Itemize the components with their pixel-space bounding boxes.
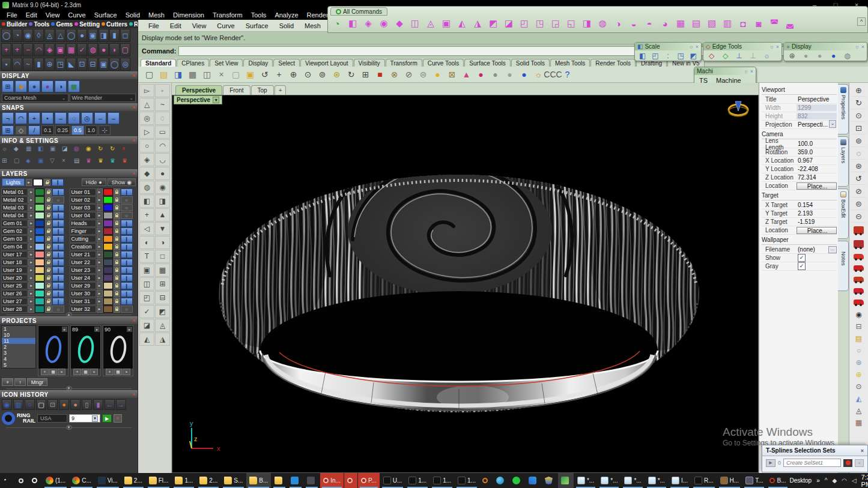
builder-tool-icon[interactable]: ▣ (88, 29, 98, 42)
menu-item[interactable]: Tools (247, 11, 271, 19)
render-mode-dropdown[interactable]: Wire Render⌄ (70, 94, 136, 102)
drawing-tool-button[interactable]: ▲ (155, 208, 170, 221)
snap-value-0.25[interactable]: 0.25 (55, 125, 71, 135)
layer-expand-button[interactable]: ▸ (97, 290, 103, 297)
builder-tool-icon[interactable]: ◊ (34, 29, 44, 42)
drawing-tool-button[interactable]: ▭ (155, 125, 170, 139)
taskbar-app-button[interactable]: C... (69, 473, 94, 488)
command-icon[interactable]: ◛ (783, 17, 797, 30)
toolbar-expand-chevron[interactable]: » (816, 477, 820, 484)
layer-lock-icon[interactable] (114, 267, 120, 274)
taskbar-app-button[interactable] (304, 473, 320, 488)
layer-state-toggle[interactable] (52, 259, 64, 266)
property-value[interactable]: Perspecti... (797, 121, 837, 128)
layer-lock-icon[interactable] (45, 282, 52, 289)
snap-value-1.0[interactable]: 1.0 (85, 125, 98, 135)
toolbar-icon[interactable]: ● (475, 68, 487, 81)
info-tool-icon[interactable]: ◎ (74, 145, 85, 156)
project-thumbnail[interactable]: ▸ +▦× (38, 325, 68, 376)
builder-tool-icon[interactable]: ◻ (120, 29, 130, 42)
layer-lock-icon[interactable] (45, 204, 52, 211)
layer-lock-icon[interactable] (114, 196, 120, 203)
builder-tool-icon[interactable]: ✓ (77, 43, 87, 56)
selset-name-input[interactable] (783, 459, 841, 467)
ring-builder-icon[interactable] (2, 412, 15, 425)
builder-tool-icon[interactable]: ◠ (12, 58, 22, 71)
command-icon[interactable]: ◆ (393, 17, 406, 30)
view-nav-icon[interactable]: ⊕ (852, 84, 866, 97)
layer-state-toggle[interactable] (121, 298, 133, 305)
close-icon[interactable]: × (750, 68, 753, 74)
layer-name[interactable]: Heads (70, 220, 96, 227)
view-nav-icon[interactable]: ⊚ (852, 134, 866, 147)
scale-tool-icon[interactable]: : (663, 51, 673, 60)
layer-name[interactable]: Gem 04 (1, 243, 28, 250)
layer-name[interactable]: Gem 01 (1, 220, 28, 227)
vehicle-icon[interactable] (854, 300, 864, 305)
layer-state-toggle[interactable] (121, 243, 133, 250)
layer-name[interactable]: User 25 (1, 282, 28, 289)
builder-tool-icon[interactable]: ◍ (88, 43, 98, 56)
toolbar-icon[interactable]: ▲ (460, 68, 473, 81)
save-icon[interactable]: ▦ (82, 369, 90, 375)
history-icon[interactable]: ▢ (36, 399, 46, 410)
toolbar-icon[interactable]: CCC (547, 68, 559, 81)
info-tool-icon[interactable]: ↻ (98, 145, 109, 156)
panel-tab[interactable]: Layers (838, 136, 849, 187)
taskbar-app-button[interactable]: 1... (172, 473, 196, 488)
info-tool-icon[interactable]: ◆ (14, 145, 25, 156)
command-icon[interactable]: ▤ (690, 17, 703, 30)
layer-color-swatch[interactable] (35, 290, 44, 297)
layer-lock-icon[interactable] (114, 290, 120, 297)
view-tool-icon[interactable]: ◉ (852, 309, 866, 321)
drawing-tool-button[interactable]: ◪ (139, 319, 154, 332)
delete-icon[interactable]: × (123, 369, 130, 375)
layer-name[interactable]: User 02 (70, 196, 96, 203)
display-toolbar-header[interactable]: ●Display☼× (784, 43, 867, 50)
command-icon[interactable]: ◓ (643, 17, 656, 30)
layer-state-toggle[interactable] (52, 290, 64, 297)
collapse-toolbar-button[interactable]: ^ (857, 17, 866, 26)
layer-color-swatch[interactable] (103, 267, 113, 274)
history-icon[interactable]: ● (70, 399, 80, 410)
layer-color-swatch[interactable] (103, 227, 113, 235)
layer-color-swatch[interactable] (35, 188, 44, 196)
gear-icon[interactable]: ☼ (688, 44, 693, 50)
edge-tools-header[interactable]: ◇Edge Tools☼× (703, 43, 782, 50)
gear-icon[interactable]: ☼ (743, 68, 748, 74)
command-icon[interactable]: ◭ (455, 17, 469, 30)
scale-tool-icon[interactable]: ◩ (688, 51, 699, 60)
toolbar-icon[interactable]: ▤ (157, 68, 170, 81)
layer-color-swatch[interactable] (103, 243, 113, 250)
display-mode-icon[interactable]: ● (814, 51, 825, 60)
taskbar-app-button[interactable] (558, 473, 574, 488)
project-list-item[interactable]: 10 (2, 332, 35, 338)
settings-tool-icon[interactable]: ⊞ (2, 157, 13, 168)
layer-state-toggle[interactable] (52, 298, 64, 305)
planar-toggle[interactable]: / (28, 125, 40, 135)
close-icon[interactable]: × (132, 170, 136, 176)
layer-state-toggle[interactable] (121, 251, 133, 258)
project-list-item[interactable]: 5 (2, 362, 35, 368)
drawing-tool-button[interactable]: ▻ (139, 84, 154, 97)
layer-expand-button[interactable]: ▸ (97, 243, 103, 250)
settings-tool-icon[interactable]: ▣ (38, 157, 49, 168)
layer-color-swatch[interactable] (103, 235, 113, 242)
layer-lock-icon[interactable] (114, 212, 120, 219)
layer-name[interactable]: Metal 01 (1, 188, 28, 196)
add-icon[interactable]: + (106, 369, 114, 375)
taskbar-clock[interactable]: 7:37 PM (861, 474, 868, 488)
builder-tool-icon[interactable]: − (23, 43, 33, 56)
layer-name[interactable]: User 32 (70, 306, 96, 313)
volume-tray-icon[interactable]: ◁ (852, 477, 857, 484)
layer-expand-button[interactable]: ▸ (28, 204, 34, 211)
info-tool-icon[interactable]: ◪ (62, 145, 73, 156)
close-icon[interactable]: × (132, 318, 136, 324)
taskbar-app-button[interactable]: 1... (405, 473, 429, 488)
taskbar-app-button[interactable]: *... (621, 473, 644, 488)
menu-item[interactable]: Curve (211, 22, 240, 29)
drawing-tool-button[interactable]: ◈ (139, 153, 154, 166)
property-value[interactable]: Perspective (797, 96, 837, 103)
close-icon[interactable]: × (132, 73, 136, 79)
menu-item[interactable]: Solid (121, 11, 144, 19)
